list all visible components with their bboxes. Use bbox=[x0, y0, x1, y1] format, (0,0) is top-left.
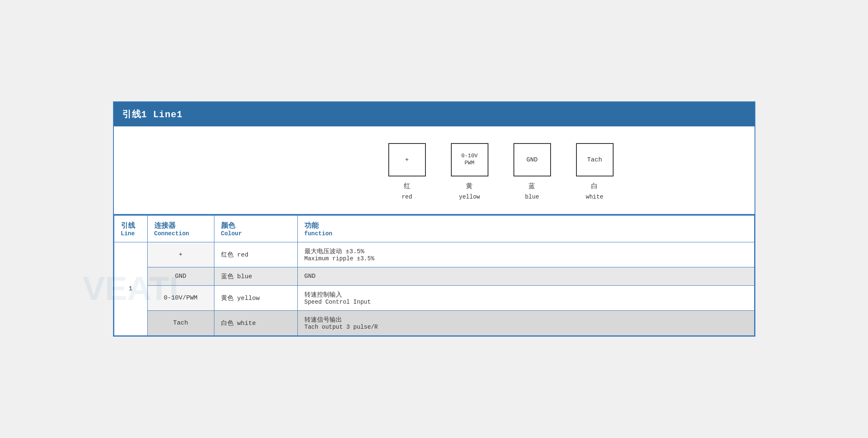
section-title: 引线1 Line1 bbox=[114, 102, 755, 126]
connector-zh-gnd: 蓝 bbox=[525, 181, 539, 192]
connector-box-plus: + bbox=[388, 143, 426, 176]
func-zh-gnd: GND bbox=[304, 273, 747, 280]
col-header-color: 颜色 Colour bbox=[214, 215, 297, 242]
connector-label-pwm: 黄 yellow bbox=[459, 181, 480, 201]
func-en-ripple: Maximum ripple ±3.5% bbox=[304, 255, 747, 262]
connector-pwm: 0-10VPWM 黄 yellow bbox=[451, 143, 488, 201]
color-cell-red: 红色 red bbox=[214, 242, 297, 267]
connector-en-tach: white bbox=[586, 192, 603, 201]
func-en-speed: Speed Control Input bbox=[304, 299, 747, 305]
col-header-conn-en: Connection bbox=[154, 230, 207, 237]
conn-cell-plus: + bbox=[147, 242, 214, 267]
conn-cell-gnd: GND bbox=[147, 267, 214, 285]
connector-gnd: GND 蓝 blue bbox=[513, 143, 551, 201]
connector-en-plus: red bbox=[402, 192, 412, 201]
connector-box-pwm: 0-10VPWM bbox=[451, 143, 488, 176]
connector-en-gnd: blue bbox=[525, 192, 539, 201]
col-header-color-zh: 颜色 bbox=[221, 221, 291, 230]
table-header-row: 引线 Line 连接器 Connection 颜色 Colour 功能 func… bbox=[114, 215, 754, 242]
conn-cell-pwm: 0-10V/PWM bbox=[147, 285, 214, 310]
connector-tach: Tach 白 white bbox=[576, 143, 614, 201]
diagram-section: + 红 red 0-10VPWM 黄 yellow GND 蓝 blue bbox=[114, 126, 755, 215]
func-zh-speed: 转速控制输入 bbox=[304, 291, 747, 299]
col-header-func: 功能 function bbox=[297, 215, 754, 242]
connector-box-tach: Tach bbox=[576, 143, 614, 176]
title-text: 引线1 Line1 bbox=[122, 110, 183, 120]
func-cell-gnd: GND bbox=[297, 267, 754, 285]
color-cell-blue: 蓝色 blue bbox=[214, 267, 297, 285]
color-cell-white: 白色 white bbox=[214, 310, 297, 335]
connector-zh-pwm: 黄 bbox=[459, 181, 480, 192]
table-row-4: Tach 白色 white 转速信号输出 Tach output 3 pulse… bbox=[114, 310, 754, 335]
connector-box-gnd: GND bbox=[513, 143, 551, 176]
connector-zh-tach: 白 bbox=[586, 181, 603, 192]
main-container: 引线1 Line1 + 红 red 0-10VPWM 黄 yellow bbox=[113, 101, 755, 337]
data-table: 引线 Line 连接器 Connection 颜色 Colour 功能 func… bbox=[114, 215, 755, 336]
col-header-conn-zh: 连接器 bbox=[154, 221, 207, 230]
func-cell-tach: 转速信号输出 Tach output 3 pulse/R bbox=[297, 310, 754, 335]
col-header-color-en: Colour bbox=[221, 230, 291, 237]
func-cell-ripple: 最大电压波动 ±3.5% Maximum ripple ±3.5% bbox=[297, 242, 754, 267]
func-cell-speed: 转速控制输入 Speed Control Input bbox=[297, 285, 754, 310]
col-header-func-zh: 功能 bbox=[304, 221, 747, 230]
func-en-tach: Tach output 3 pulse/R bbox=[304, 324, 747, 330]
col-header-line: 引线 Line bbox=[114, 215, 147, 242]
conn-cell-tach: Tach bbox=[147, 310, 214, 335]
line-number-cell: 1 VEATI bbox=[114, 242, 147, 335]
table-row-3: 0-10V/PWM 黄色 yellow 转速控制输入 Speed Control… bbox=[114, 285, 754, 310]
connector-label-gnd: 蓝 blue bbox=[525, 181, 539, 201]
connector-en-pwm: yellow bbox=[459, 192, 480, 201]
col-header-line-en: Line bbox=[121, 230, 141, 237]
table-row-1: 1 VEATI + 红色 red 最大电压波动 ±3.5% Maximum ri… bbox=[114, 242, 754, 267]
color-cell-yellow: 黄色 yellow bbox=[214, 285, 297, 310]
col-header-func-en: function bbox=[304, 230, 747, 237]
col-header-conn: 连接器 Connection bbox=[147, 215, 214, 242]
connector-zh-plus: 红 bbox=[402, 181, 412, 192]
col-header-line-zh: 引线 bbox=[121, 221, 141, 230]
table-row-2: GND 蓝色 blue GND bbox=[114, 267, 754, 285]
connector-diagram: + 红 red 0-10VPWM 黄 yellow GND 蓝 blue bbox=[388, 143, 614, 201]
func-zh-tach: 转速信号输出 bbox=[304, 316, 747, 324]
func-zh-ripple: 最大电压波动 ±3.5% bbox=[304, 247, 747, 255]
connector-label-tach: 白 white bbox=[586, 181, 603, 201]
connector-plus: + 红 red bbox=[388, 143, 426, 201]
connector-label-plus: 红 red bbox=[402, 181, 412, 201]
